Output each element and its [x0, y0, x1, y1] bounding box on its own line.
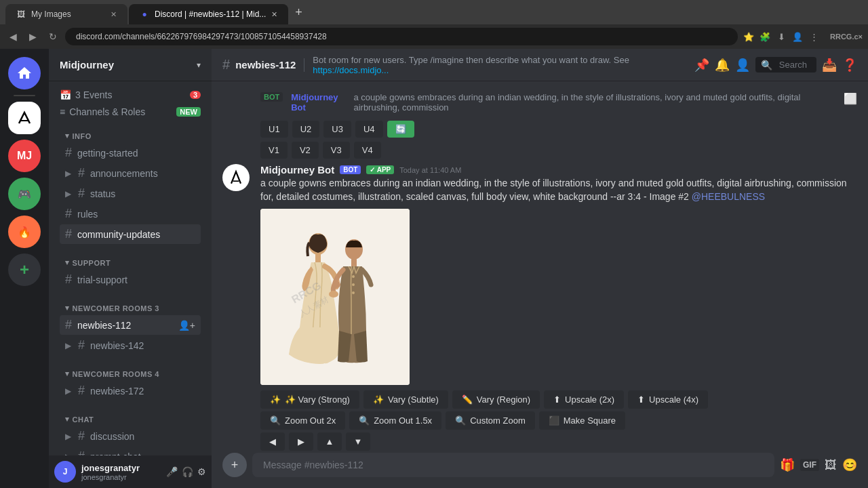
u1-button[interactable]: U1 — [260, 121, 288, 138]
channel-newbies-172[interactable]: ▶ # newbies-172 — [60, 381, 201, 401]
arrow-right-button[interactable]: ▶ — [289, 432, 313, 451]
server-icon-midjourney[interactable] — [8, 102, 41, 134]
message-image[interactable]: RRCG 人人素材 — [260, 209, 410, 385]
u3-button[interactable]: U3 — [323, 121, 351, 138]
channel-rules[interactable]: # rules — [60, 204, 201, 224]
vary-strong-button[interactable]: ✨ ✨ Vary (Strong) — [260, 390, 359, 409]
refresh-button[interactable]: 🔄 — [387, 121, 414, 138]
inbox-icon[interactable]: 📥 — [822, 58, 837, 73]
section-label-text: SUPPORT — [73, 259, 111, 267]
make-square-button[interactable]: ⬛ Make Square — [539, 411, 625, 430]
section-label-info[interactable]: ▾ INFO — [60, 131, 201, 140]
channel-name: newbies-142 — [90, 340, 144, 351]
download-icon[interactable]: ⬇ — [774, 30, 788, 43]
server-name: Midjourney — [60, 59, 114, 70]
channel-name: discussion — [90, 431, 134, 442]
gift-icon[interactable]: 🎁 — [780, 458, 795, 472]
channel-trial-support[interactable]: # trial-support — [60, 270, 201, 289]
address-bar[interactable] — [65, 28, 738, 45]
channel-newbies-142[interactable]: ▶ # newbies-142 — [60, 336, 201, 355]
tab-close-my-images[interactable]: ✕ — [111, 10, 117, 19]
system-message-text: a couple gowns embraces during an indian… — [353, 92, 838, 113]
channel-discussion[interactable]: ▶ # discussion — [60, 426, 201, 446]
tab-discord[interactable]: ● Discord | #newbies-112 | Mid... ✕ — [129, 4, 288, 24]
bookmark-icon[interactable]: ⭐ — [742, 30, 755, 43]
v1-button[interactable]: V1 — [260, 142, 288, 159]
channel-header-link[interactable]: https://docs.midjo... — [313, 65, 389, 75]
gif-icon[interactable]: GIF — [800, 459, 819, 471]
channel-status[interactable]: ▶ # status — [60, 184, 201, 203]
extension-icon[interactable]: 🧩 — [758, 30, 772, 43]
emoji-icon[interactable]: 😊 — [842, 458, 857, 472]
upscale-4x-icon: ⬆ — [637, 394, 645, 405]
help-icon[interactable]: ❓ — [842, 58, 857, 73]
zoom-out-15x-button[interactable]: 🔍 Zoom Out 1.5x — [349, 411, 441, 430]
hash-icon: # — [65, 146, 72, 160]
settings-icon[interactable]: ⋮ — [807, 30, 821, 43]
zoom-out-2x-button[interactable]: 🔍 Zoom Out 2x — [260, 411, 345, 430]
settings-icon[interactable]: ⚙ — [197, 466, 206, 477]
u2-button[interactable]: U2 — [292, 121, 320, 138]
hash-icon: # — [65, 272, 72, 287]
v2-button[interactable]: V2 — [292, 142, 319, 159]
tab-close-discord[interactable]: ✕ — [271, 10, 277, 19]
add-server-button[interactable]: + — [8, 253, 41, 286]
arrow-up-button[interactable]: ▲ — [317, 432, 342, 451]
section-label-chat[interactable]: ▾ CHAT — [60, 415, 201, 424]
expand-icon[interactable]: ⬜ — [844, 92, 857, 105]
channel-announcements[interactable]: ▶ # announcements — [60, 163, 201, 183]
search-box[interactable]: 🔍 Search — [755, 57, 816, 73]
arrow-left-button[interactable]: ◀ — [260, 432, 285, 451]
forward-button[interactable]: ▶ — [25, 28, 41, 45]
members-icon[interactable]: 👤 — [735, 58, 750, 73]
mic-icon[interactable]: 🎤 — [166, 466, 178, 477]
watermark: RRCG.c× — [830, 33, 863, 41]
section-label-text: NEWCOMER ROOMS 4 — [73, 370, 159, 378]
user-area: J jonesgranatyr jonesgranatyr 🎤 🎧 ⚙ — [49, 455, 212, 488]
tab-my-images[interactable]: 🖼 My Images ✕ — [5, 4, 127, 24]
vary-region-button[interactable]: ✏️ Vary (Region) — [452, 390, 540, 409]
new-tab-button[interactable]: + — [290, 5, 308, 20]
pin-icon[interactable]: 📌 — [694, 58, 709, 73]
custom-zoom-button[interactable]: 🔍 Custom Zoom — [446, 411, 535, 430]
server-icon-3[interactable]: 🔥 — [8, 216, 41, 248]
sticker-icon[interactable]: 🖼 — [825, 458, 837, 472]
channel-community-updates[interactable]: # community-updates — [60, 224, 201, 244]
discord-home-icon[interactable] — [8, 57, 41, 89]
profile-icon[interactable]: 👤 — [791, 30, 804, 43]
tab-bar: 🖼 My Images ✕ ● Discord | #newbies-112 |… — [0, 0, 868, 24]
main-message: Midjourney Bot BOT ✓ APP Today at 11:40 … — [222, 164, 857, 453]
v3-button[interactable]: V3 — [323, 142, 350, 159]
v4-button[interactable]: V4 — [354, 142, 381, 159]
section-newcomer-3: ▾ NEWCOMER ROOMS 3 # newbies-112 👤+ ▶ # … — [54, 293, 206, 359]
vary-subtle-button[interactable]: ✨ Vary (Subtle) — [363, 390, 448, 409]
section-label-newcomer4[interactable]: ▾ NEWCOMER ROOMS 4 — [60, 369, 201, 378]
section-label-newcomer3[interactable]: ▾ NEWCOMER ROOMS 3 — [60, 304, 201, 312]
events-item[interactable]: 📅 3 Events 3 — [54, 87, 206, 103]
mention-icon[interactable]: 🔔 — [715, 58, 730, 73]
server-icon-1[interactable]: MJ — [8, 140, 41, 172]
headset-icon[interactable]: 🎧 — [182, 466, 193, 477]
upscale-2x-button[interactable]: ⬆ Upscale (2x) — [544, 390, 624, 409]
section-collapse-icon: ▾ — [65, 415, 70, 424]
tab-title-discord: Discord | #newbies-112 | Mid... — [155, 9, 266, 19]
arrow-down-button[interactable]: ▼ — [346, 432, 370, 451]
server-icon-2[interactable]: 🎮 — [8, 178, 41, 210]
channel-getting-started[interactable]: # getting-started — [60, 143, 201, 163]
message-time: Today at 11:40 AM — [399, 166, 461, 174]
tab-title-my-images: My Images — [31, 9, 71, 19]
back-button[interactable]: ◀ — [5, 28, 21, 45]
channel-prompt-chat[interactable]: ▶ # prompt-chat — [60, 447, 201, 455]
zoom-15x-icon: 🔍 — [359, 415, 370, 426]
add-attachment-button[interactable]: + — [222, 453, 247, 477]
hash-icon: # — [65, 318, 72, 332]
u4-button[interactable]: U4 — [355, 121, 383, 138]
channel-newbies-112[interactable]: # newbies-112 👤+ — [60, 315, 201, 335]
server-header[interactable]: Midjourney ▾ — [49, 49, 212, 81]
add-member-icon: 👤+ — [178, 320, 195, 331]
refresh-button[interactable]: ↻ — [45, 28, 61, 45]
message-input[interactable] — [252, 453, 774, 477]
section-label-support[interactable]: ▾ SUPPORT — [60, 258, 201, 267]
channels-roles-item[interactable]: ≡ Channels & Roles NEW — [54, 104, 206, 120]
upscale-4x-button[interactable]: ⬆ Upscale (4x) — [628, 390, 708, 409]
